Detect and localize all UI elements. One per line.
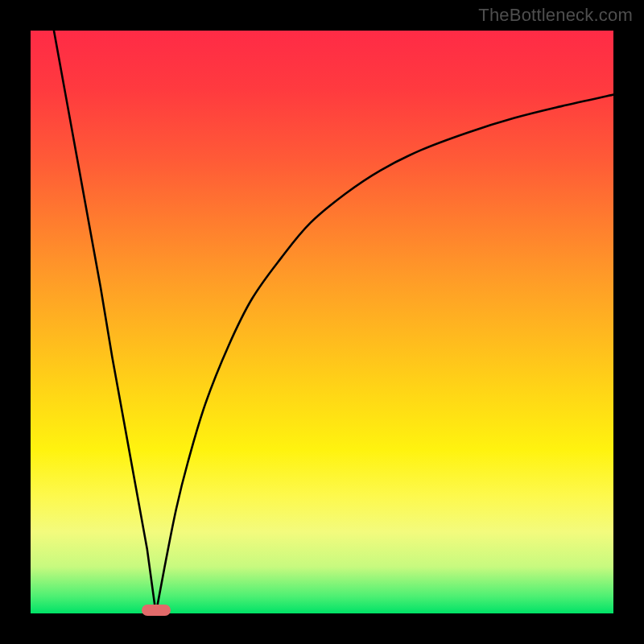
curve-right-branch bbox=[156, 95, 613, 613]
watermark-text: TheBottleneck.com bbox=[478, 5, 633, 26]
bottleneck-marker bbox=[142, 605, 171, 616]
chart-canvas: TheBottleneck.com bbox=[0, 0, 644, 644]
plot-area bbox=[31, 31, 613, 613]
curve-left-branch bbox=[54, 31, 156, 613]
curve-layer bbox=[31, 31, 613, 613]
